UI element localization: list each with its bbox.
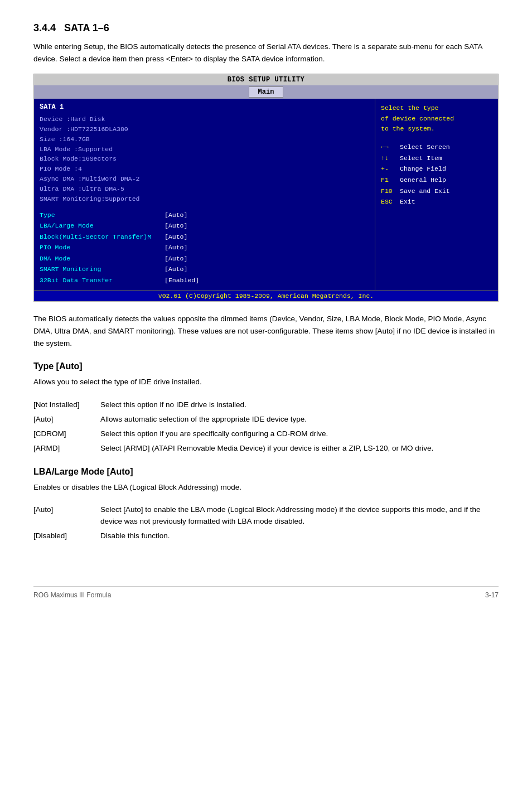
bios-setting-row: LBA/Large Mode[Auto] <box>40 220 369 231</box>
bios-setting-val: [Auto] <box>165 220 187 231</box>
subsections: Type [Auto]Allows you to select the type… <box>33 361 499 542</box>
bios-settings: Type[Auto]LBA/Large Mode[Auto]Block(Mult… <box>40 210 369 286</box>
bios-nav-desc: Exit <box>400 196 415 207</box>
device-info-line: Async DMA :MultiWord DMA-2 <box>40 174 369 184</box>
bios-setting-row: 32Bit Data Transfer[Enabled] <box>40 275 369 286</box>
device-info-line: Vendor :HDT722516DLA380 <box>40 124 369 134</box>
bios-nav-key: F1 <box>381 175 396 186</box>
option-val: Disable this function. <box>100 530 499 542</box>
bios-setting-key: Block(Multi-Sector Transfer)M <box>40 231 162 243</box>
option-val: Select this option if no IDE drive is in… <box>100 399 499 410</box>
bios-device-info: Device :Hard DiskVendor :HDT722516DLA380… <box>40 114 369 204</box>
bios-setting-row: DMA Mode[Auto] <box>40 253 369 264</box>
bios-sata-title: SATA 1 <box>40 103 369 111</box>
bios-nav-desc: General Help <box>400 175 446 186</box>
option-key: [Auto] <box>33 414 100 425</box>
bios-nav-row: F10Save and Exit <box>381 186 492 197</box>
bios-setting-val: [Auto] <box>165 264 187 275</box>
device-info-line: SMART Monitoring:Supported <box>40 194 369 204</box>
footer-left: ROG Maximus III Formula <box>33 591 111 599</box>
bios-nav-row: ←→Select Screen <box>381 142 492 153</box>
device-info-line: Block Mode:16Sectors <box>40 154 369 164</box>
page-footer: ROG Maximus III Formula 3-17 <box>33 586 499 599</box>
option-key: [Not Installed] <box>33 399 100 410</box>
bios-help-text: Select the typeof device connectedto the… <box>381 103 492 134</box>
bios-header: BIOS SETUP UTILITY <box>34 74 498 85</box>
bios-tabs: Main <box>34 85 498 99</box>
option-row: [Not Installed]Select this option if no … <box>33 399 499 410</box>
bios-setting-key: SMART Monitoring <box>40 264 162 275</box>
bios-nav-row: F1General Help <box>381 175 492 186</box>
option-val: Select this option if you are specifical… <box>100 428 499 439</box>
bios-nav-row: ESCExit <box>381 196 492 207</box>
option-list: [Auto]Select [Auto] to enable the LBA mo… <box>33 504 499 542</box>
device-info-line: Size :164.7GB <box>40 134 369 144</box>
option-row: [Auto]Allows automatic selection of the … <box>33 414 499 425</box>
bios-setting-row: SMART Monitoring[Auto] <box>40 264 369 275</box>
bios-setting-key: DMA Mode <box>40 253 162 264</box>
bios-right-panel: Select the typeof device connectedto the… <box>375 99 498 290</box>
bios-nav-desc: Select Screen <box>400 142 450 153</box>
option-row: [Auto]Select [Auto] to enable the LBA mo… <box>33 504 499 527</box>
option-val: Allows automatic selection of the approp… <box>100 414 499 425</box>
bios-tab-main: Main <box>249 86 284 98</box>
bios-nav-desc: Change Field <box>400 163 446 175</box>
bios-left-panel: SATA 1 Device :Hard DiskVendor :HDT72251… <box>34 99 375 290</box>
device-info-line: PIO Mode :4 <box>40 164 369 174</box>
help-line: to the system. <box>381 124 492 134</box>
bios-setting-key: Type <box>40 210 162 221</box>
bios-nav-key: +- <box>381 163 396 175</box>
body-text: The BIOS automatically detects the value… <box>33 313 499 349</box>
help-line: of device connected <box>381 114 492 124</box>
section-title: 3.4.4 SATA 1–6 <box>33 22 499 34</box>
bios-footer: v02.61 (C)Copyright 1985-2009, American … <box>34 290 498 301</box>
option-key: [ARMD] <box>33 443 100 454</box>
bios-nav-desc: Save and Exit <box>400 186 450 197</box>
bios-setting-val: [Auto] <box>165 253 187 264</box>
option-row: [ARMD]Select [ARMD] (ATAPI Removable Med… <box>33 443 499 454</box>
bios-setting-row: Type[Auto] <box>40 210 369 221</box>
bios-box: BIOS SETUP UTILITY Main SATA 1 Device :H… <box>33 74 499 302</box>
bios-nav-row: ↑↓Select Item <box>381 153 492 164</box>
subsection-intro: Enables or disables the LBA (Logical Blo… <box>33 481 499 494</box>
bios-nav-key: ↑↓ <box>381 153 396 164</box>
bios-setting-key: PIO Mode <box>40 242 162 253</box>
bios-nav-key: F10 <box>381 186 396 197</box>
footer-right: 3-17 <box>485 591 499 599</box>
bios-setting-key: LBA/Large Mode <box>40 220 162 231</box>
bios-setting-key: 32Bit Data Transfer <box>40 275 162 286</box>
option-list: [Not Installed]Select this option if no … <box>33 399 499 455</box>
bios-nav-desc: Select Item <box>400 153 442 164</box>
subsection-title: Type [Auto] <box>33 361 499 371</box>
subsection-title: LBA/Large Mode [Auto] <box>33 467 499 477</box>
option-row: [CDROM]Select this option if you are spe… <box>33 428 499 439</box>
option-val: Select [Auto] to enable the LBA mode (Lo… <box>100 504 499 527</box>
option-key: [CDROM] <box>33 428 100 439</box>
bios-setting-val: [Auto] <box>165 242 187 253</box>
bios-content: SATA 1 Device :Hard DiskVendor :HDT72251… <box>34 99 498 290</box>
bios-nav-key: ←→ <box>381 142 396 153</box>
bios-nav-row: +-Change Field <box>381 163 492 175</box>
option-val: Select [ARMD] (ATAPI Removable Media Dev… <box>100 443 499 454</box>
bios-setting-val: [Auto] <box>165 210 187 221</box>
option-row: [Disabled]Disable this function. <box>33 530 499 542</box>
bios-setting-val: [Enabled] <box>165 275 199 286</box>
intro-text: While entering Setup, the BIOS automatic… <box>33 41 499 65</box>
bios-setting-val: [Auto] <box>165 231 187 243</box>
help-line: Select the type <box>381 103 492 113</box>
subsection-intro: Allows you to select the type of IDE dri… <box>33 376 499 388</box>
bios-setting-row: PIO Mode[Auto] <box>40 242 369 253</box>
bios-setting-row: Block(Multi-Sector Transfer)M[Auto] <box>40 231 369 243</box>
device-info-line: Device :Hard Disk <box>40 114 369 124</box>
device-info-line: LBA Mode :Supported <box>40 144 369 154</box>
option-key: [Disabled] <box>33 530 100 542</box>
bios-nav: ←→Select Screen↑↓Select Item+-Change Fie… <box>381 142 492 207</box>
bios-nav-key: ESC <box>381 196 396 207</box>
device-info-line: Ultra DMA :Ultra DMA-5 <box>40 184 369 194</box>
option-key: [Auto] <box>33 504 100 527</box>
